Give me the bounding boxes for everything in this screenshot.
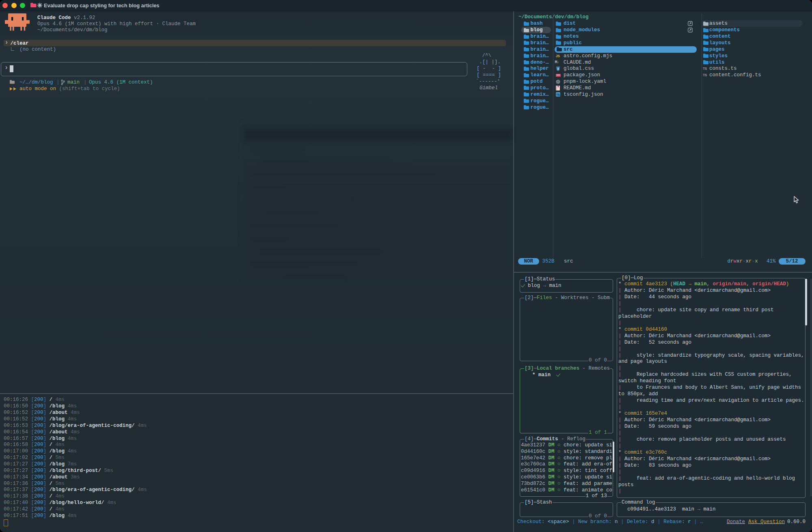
svg-text:3: 3: [557, 67, 559, 70]
svg-text:TS: TS: [556, 93, 560, 96]
